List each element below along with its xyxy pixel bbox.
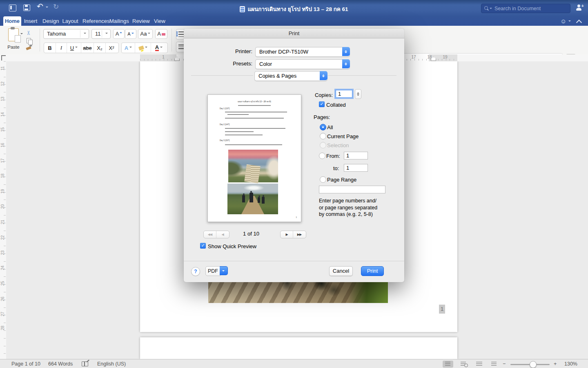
shrink-font-button[interactable]: A: [125, 29, 136, 39]
zoom-in-button[interactable]: +: [554, 361, 557, 367]
font-style-group: B I U abe X₂ X²: [44, 43, 119, 53]
paste-clipboard-icon: [8, 28, 19, 41]
zoom-level[interactable]: 130%: [564, 361, 577, 367]
ruler-number: 27: [0, 311, 6, 317]
help-button[interactable]: ?: [191, 267, 200, 276]
next-page-button[interactable]: ▶: [281, 231, 293, 238]
ruler-number: 17: [410, 55, 418, 59]
copies-input[interactable]: [336, 90, 352, 98]
ruler-number: 20: [0, 204, 6, 210]
copy-icon[interactable]: [27, 38, 31, 43]
tab-review[interactable]: Review: [132, 16, 149, 26]
change-case-button[interactable]: Aa: [138, 29, 153, 39]
font-name-select[interactable]: Tahoma: [43, 29, 89, 39]
print-layout-view-button[interactable]: [443, 361, 453, 368]
printer-select[interactable]: Brother DCP-T510W: [255, 47, 350, 57]
zoom-out-button[interactable]: −: [503, 361, 506, 367]
presets-select[interactable]: Color: [255, 59, 350, 69]
superscript-button[interactable]: X²: [106, 43, 117, 53]
tab-stop-selector[interactable]: [1, 55, 6, 61]
divider: [191, 75, 253, 76]
pages-from-label: From:: [326, 153, 340, 159]
pages-from-radio[interactable]: [319, 153, 325, 159]
tab-references[interactable]: References: [82, 16, 105, 26]
ruler-number: 12: [0, 81, 6, 87]
clear-formatting-button[interactable]: A: [155, 29, 167, 39]
ruler-number: 11: [0, 65, 6, 72]
tab-design[interactable]: Design: [42, 16, 58, 26]
ruler-number: 28: [0, 325, 6, 331]
feedback-smiley-icon[interactable]: ☺: [560, 18, 566, 25]
ribbon-tab-row: Home Insert Design Layout References Mai…: [0, 16, 588, 26]
collated-checkbox[interactable]: [319, 101, 325, 107]
page-number-badge: 1: [439, 305, 445, 314]
italic-button[interactable]: I: [56, 43, 67, 53]
subscript-button[interactable]: X₂: [94, 43, 106, 53]
page-range-radio[interactable]: [320, 176, 326, 183]
tab-view[interactable]: View: [154, 16, 166, 26]
ruler-number: 23: [0, 250, 6, 256]
first-page-button[interactable]: ◀◀: [204, 231, 216, 238]
preview-day-header: Day 3 [15/7]: [220, 139, 229, 141]
underline-button[interactable]: U: [67, 43, 81, 53]
pages-all-radio[interactable]: [320, 124, 326, 130]
pdf-label[interactable]: PDF: [205, 266, 220, 276]
page-range-input[interactable]: [319, 186, 385, 193]
document-page-2[interactable]: [140, 337, 457, 359]
to-label: to:: [333, 165, 339, 171]
print-dialog-title: Print: [184, 29, 404, 38]
tab-insert[interactable]: Insert: [24, 16, 38, 26]
highlight-button[interactable]: [135, 43, 151, 53]
to-page-input[interactable]: [344, 164, 368, 172]
ruler-number: 19: [441, 55, 449, 59]
print-section-select[interactable]: Copies & Pages: [254, 71, 327, 81]
draft-view-button[interactable]: [489, 361, 499, 368]
pages-label: Pages:: [314, 114, 338, 120]
quick-preview-checkbox[interactable]: [200, 243, 206, 249]
web-layout-view-button[interactable]: [458, 361, 469, 368]
print-preview-page[interactable]: แผนการเดินทาง ยุโรป ทริป 13 – 28 กค 61 D…: [207, 94, 301, 222]
popup-stepper-icon: [342, 59, 350, 68]
pages-current-radio[interactable]: [320, 133, 326, 139]
tab-mailings[interactable]: Mailings: [109, 16, 128, 26]
document-photo-hikers[interactable]: [208, 281, 388, 303]
collapse-ribbon-icon[interactable]: [576, 20, 582, 25]
print-button[interactable]: Print: [361, 266, 384, 276]
last-page-button[interactable]: ▶▶: [293, 231, 305, 238]
copies-label: Copies:: [294, 92, 333, 98]
pdf-menu-button[interactable]: PDF: [205, 266, 228, 275]
status-word-count[interactable]: 664 Words: [48, 361, 73, 367]
paste-label: Paste: [5, 45, 22, 49]
pdf-caret-icon[interactable]: [220, 266, 228, 275]
status-page-count[interactable]: Page 1 of 10: [11, 361, 40, 367]
strikethrough-button[interactable]: abe: [81, 43, 94, 53]
grow-font-button[interactable]: A: [113, 29, 125, 39]
format-painter-icon[interactable]: [26, 46, 31, 50]
search-box[interactable]: [481, 4, 570, 13]
search-input[interactable]: [494, 4, 569, 12]
cut-icon[interactable]: ✂: [25, 30, 32, 35]
print-dialog: Print Printer: Brother DCP-T510W Presets…: [184, 29, 404, 282]
zoom-slider-knob[interactable]: [530, 361, 537, 368]
ruler-number: 22: [0, 235, 6, 241]
outline-view-button[interactable]: [474, 361, 484, 368]
status-language[interactable]: English (US): [97, 361, 126, 367]
paste-caret-icon[interactable]: [20, 33, 23, 36]
share-add-person-icon[interactable]: +: [576, 4, 583, 11]
tab-layout[interactable]: Layout: [62, 16, 78, 26]
tab-home[interactable]: Home: [3, 16, 21, 26]
font-size-select[interactable]: 11: [91, 29, 111, 39]
cancel-button[interactable]: Cancel: [329, 266, 353, 276]
bold-button[interactable]: B: [44, 43, 56, 53]
search-scope-caret[interactable]: [490, 8, 492, 10]
ruler-number: 1: [159, 55, 167, 59]
paste-button[interactable]: Paste: [5, 28, 22, 52]
font-color-button[interactable]: A: [151, 43, 167, 53]
copies-stepper[interactable]: [355, 89, 361, 99]
smiley-caret-icon[interactable]: [568, 20, 571, 23]
text-effects-button[interactable]: A: [122, 43, 135, 53]
from-page-input[interactable]: [344, 152, 368, 159]
proofing-status-icon[interactable]: [82, 361, 88, 366]
vertical-ruler[interactable]: 11 12 13 14 15 16 17 18 19 20 21 22 23 2…: [0, 61, 7, 359]
previous-page-button[interactable]: ◀: [216, 231, 229, 238]
